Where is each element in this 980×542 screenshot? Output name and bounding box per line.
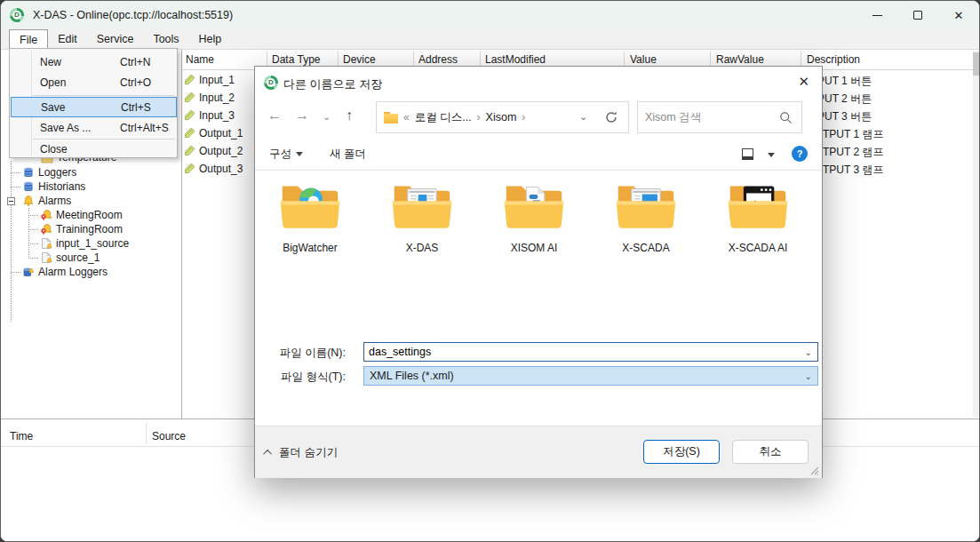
file-name-field: ⌄ [363, 342, 818, 362]
column-header-time[interactable]: Time [10, 430, 33, 442]
minimize-icon [872, 15, 882, 16]
column-header-data-type[interactable]: Data Type [272, 53, 320, 66]
history-chevron-icon[interactable]: ⌄ [323, 111, 331, 123]
breadcrumb-separator: › [472, 111, 486, 124]
file-type-row: 파일 형식(T): XML Files (*.xml) ⌄ [255, 366, 822, 386]
column-divider [146, 423, 147, 444]
tree-stub [11, 187, 20, 187]
scrollbar-thumb[interactable] [973, 52, 979, 76]
tree-item-historians[interactable]: Historians [22, 179, 85, 194]
breadcrumb-segment-disk[interactable]: 로컬 디스... [415, 110, 472, 125]
menu-separator [33, 95, 175, 96]
menu-service[interactable]: Service [87, 29, 144, 49]
organize-button[interactable]: 구성 [269, 147, 303, 162]
menu-bar: File Edit Service Tools Help [1, 29, 979, 50]
folder-item-x-scada-ai[interactable]: X-SCADA AI [709, 181, 807, 254]
folder-bigwatcher-icon [278, 181, 342, 231]
chevron-up-icon [263, 450, 272, 458]
save-button[interactable]: 저장(S) [643, 440, 720, 464]
up-icon[interactable]: ↑ [346, 108, 353, 124]
tree-item-meetingroom[interactable]: MeetingRoom [40, 208, 123, 222]
folder-item-xisom-ai[interactable]: XISOM AI [485, 181, 583, 254]
minimize-button[interactable] [857, 1, 897, 29]
app-window: X-DAS - Online(opc.tcp://localhost:5519)… [0, 0, 980, 542]
column-header-value[interactable]: Value [630, 53, 657, 66]
menu-item-save[interactable]: Save Ctrl+S [11, 97, 177, 117]
tree-stub [11, 172, 20, 173]
breadcrumb-segment-xisom[interactable]: Xisom [486, 111, 517, 124]
view-mode-icon[interactable] [742, 148, 753, 160]
bell-icon [22, 195, 35, 207]
tree-stub [28, 258, 38, 259]
tree-item-alarms[interactable]: Alarms [22, 194, 71, 208]
address-dropdown-icon[interactable]: ⌄ [579, 111, 587, 123]
folder-x-scada-icon [614, 181, 678, 231]
column-header-name[interactable]: Name [186, 53, 214, 66]
tree-item-input-1-source[interactable]: input_1_source [40, 236, 129, 251]
column-header-rawvalue[interactable]: RawValue [716, 53, 764, 66]
breadcrumb: « 로컬 디스... › Xisom › [384, 102, 530, 132]
database-bell-icon [22, 266, 35, 278]
folder-item-x-scada[interactable]: X-SCADA [597, 181, 695, 254]
file-name-input[interactable] [369, 344, 795, 360]
dialog-title: 다른 이름으로 저장 [283, 76, 382, 92]
folder-item-bigwatcher[interactable]: BigWatcher [261, 181, 359, 254]
vertical-scrollbar[interactable] [973, 51, 979, 417]
resize-grip[interactable] [810, 466, 819, 475]
menu-tools[interactable]: Tools [143, 29, 188, 49]
tree-stub [28, 229, 38, 230]
app-logo-icon [10, 8, 24, 22]
menu-item-save-as[interactable]: Save As ... Ctrl+Alt+S [11, 118, 177, 139]
column-header-address[interactable]: Address [418, 53, 458, 66]
maximize-button[interactable] [897, 1, 938, 29]
tag-icon [184, 109, 195, 121]
menu-help[interactable]: Help [189, 29, 232, 49]
folder-item-x-das[interactable]: X-DAS [373, 181, 471, 254]
view-mode-caret-icon[interactable] [768, 153, 775, 157]
menu-item-new[interactable]: New Ctrl+N [11, 52, 177, 73]
close-button[interactable]: ✕ [938, 1, 979, 29]
tree-item-alarm-loggers[interactable]: Alarm Loggers [22, 265, 108, 279]
close-icon: ✕ [954, 9, 964, 22]
dialog-footer: 폴더 숨기기 저장(S) 취소 [255, 426, 822, 478]
back-icon[interactable]: ← [267, 108, 282, 124]
file-type-dropdown-icon[interactable]: ⌄ [805, 371, 812, 381]
dialog-close-icon[interactable]: ✕ [798, 74, 809, 90]
breadcrumb-prefix: « [398, 111, 415, 124]
tree-item-loggers[interactable]: Loggers [22, 165, 76, 179]
menu-item-open[interactable]: Open Ctrl+O [11, 73, 177, 93]
column-header-lastmodified[interactable]: LastModified [485, 53, 546, 66]
hide-folders-button[interactable]: 폴더 숨기기 [266, 445, 338, 460]
file-name-dropdown-icon[interactable]: ⌄ [805, 347, 812, 357]
tree-item-trainingroom[interactable]: TrainingRoom [40, 222, 123, 236]
forward-icon[interactable]: → [295, 108, 309, 124]
refresh-icon[interactable] [604, 110, 618, 124]
new-folder-button[interactable]: 새 폴더 [330, 147, 366, 162]
menu-edit[interactable]: Edit [48, 29, 87, 49]
cancel-button[interactable]: 취소 [732, 440, 809, 464]
help-icon[interactable]: ? [792, 146, 808, 162]
tree-stub [28, 243, 38, 244]
tag-icon [184, 163, 195, 174]
column-header-source[interactable]: Source [152, 430, 186, 442]
tag-icon [184, 92, 195, 103]
search-input[interactable] [645, 106, 774, 129]
menu-item-close[interactable]: Close [11, 139, 177, 160]
column-header-description[interactable]: Description [807, 53, 860, 66]
search-icon[interactable] [779, 111, 793, 124]
breadcrumb-separator: › [516, 111, 530, 124]
menu-file[interactable]: File [9, 29, 48, 49]
bell-pin-icon [40, 209, 52, 221]
tag-icon [184, 145, 195, 156]
file-type-value: XML Files (*.xml) [370, 370, 454, 382]
tree-item-source-1[interactable]: source_1 [40, 251, 100, 265]
dialog-toolbar: 구성 새 폴더 ? [255, 138, 822, 171]
address-bar[interactable]: « 로컬 디스... › Xisom › ⌄ [376, 101, 629, 133]
folder-x-das-icon [390, 181, 454, 231]
caret-down-icon [296, 152, 303, 156]
column-header-device[interactable]: Device [343, 53, 376, 66]
folder-x-scada-ai-icon [726, 181, 790, 231]
tree-expander-alarms[interactable] [7, 197, 15, 205]
file-type-select[interactable]: XML Files (*.xml) ⌄ [363, 366, 818, 386]
app-logo-icon [264, 76, 278, 90]
